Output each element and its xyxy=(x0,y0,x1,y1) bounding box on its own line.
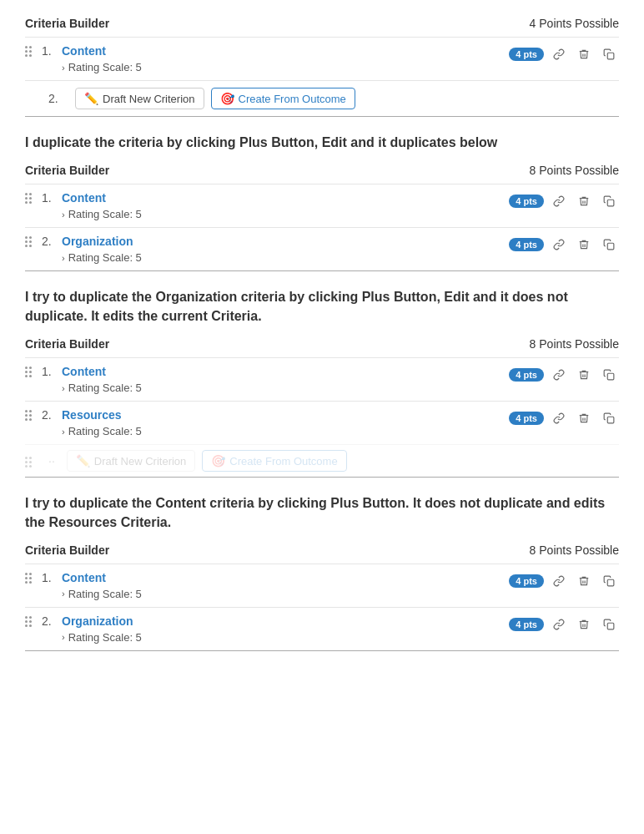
drag-handle-3-2[interactable] xyxy=(25,408,38,421)
link-icon-1-1[interactable] xyxy=(549,44,569,64)
rating-scale-4-2[interactable]: › Rating Scale: 5 xyxy=(62,631,502,644)
criteria-number-2-1: 1. xyxy=(42,191,62,205)
duplicate-icon-4-2[interactable] xyxy=(599,614,619,634)
svg-rect-5 xyxy=(607,579,614,586)
add-criterion-row-1: 2. ✏️ Draft New Criterion 🎯 Create From … xyxy=(25,80,619,116)
criteria-header-4: Criteria Builder 8 Points Possible xyxy=(25,543,619,557)
criteria-divider-2 xyxy=(25,270,619,271)
rating-scale-3-2[interactable]: › Rating Scale: 5 xyxy=(62,425,502,437)
criteria-builder-1: Criteria Builder 4 Points Possible 1. Co… xyxy=(25,17,619,117)
criteria-name-3-1[interactable]: Content xyxy=(62,365,502,378)
criteria-divider-1 xyxy=(25,116,619,117)
link-icon-3-2[interactable] xyxy=(549,408,569,428)
drag-handle-1-1[interactable] xyxy=(25,44,38,57)
criteria-actions-2-1: 4 pts xyxy=(509,191,619,211)
points-possible-3: 8 Points Possible xyxy=(530,337,619,351)
rating-scale-4-1[interactable]: › Rating Scale: 5 xyxy=(62,588,502,600)
link-icon-2-1[interactable] xyxy=(549,191,569,211)
duplicate-icon-2-2[interactable] xyxy=(599,235,619,255)
criteria-content-3-2: Resources › Rating Scale: 5 xyxy=(62,408,502,437)
link-icon-2-2[interactable] xyxy=(549,235,569,255)
rating-scale-2-2[interactable]: › Rating Scale: 5 xyxy=(62,251,502,264)
link-icon-4-2[interactable] xyxy=(549,614,569,634)
criteria-number-1-1: 1. xyxy=(42,44,62,58)
criteria-row-1-1: 1. Content › Rating Scale: 5 4 pts xyxy=(25,37,619,80)
section-heading-1: I duplicate the criteria by clicking Plu… xyxy=(25,134,619,152)
drag-handle-2-1[interactable] xyxy=(25,191,38,204)
svg-rect-4 xyxy=(607,417,614,423)
svg-rect-3 xyxy=(607,373,614,380)
create-from-outcome-button-1[interactable]: 🎯 Create From Outcome xyxy=(211,88,355,109)
pts-badge-3-2: 4 pts xyxy=(509,412,544,425)
link-icon-3-1[interactable] xyxy=(549,365,569,385)
section-heading-2: I try to duplicate the Organization crit… xyxy=(25,288,619,326)
trash-icon-1-1[interactable] xyxy=(574,44,594,64)
criteria-builder-title-4: Criteria Builder xyxy=(25,543,109,557)
criteria-content-3-1: Content › Rating Scale: 5 xyxy=(62,365,502,394)
criteria-name-1-1[interactable]: Content xyxy=(62,44,502,58)
target-icon-1: 🎯 xyxy=(220,92,234,105)
criteria-number-4-1: 1. xyxy=(42,571,62,584)
drag-handle-4-2[interactable] xyxy=(25,614,38,627)
pts-badge-4-1: 4 pts xyxy=(509,574,544,588)
draft-new-criterion-button-1[interactable]: ✏️ Draft New Criterion xyxy=(75,88,204,109)
svg-rect-2 xyxy=(607,244,614,250)
pts-badge-2-2: 4 pts xyxy=(509,238,544,251)
duplicate-icon-4-1[interactable] xyxy=(599,571,619,591)
trash-icon-2-2[interactable] xyxy=(574,235,594,255)
link-icon-4-1[interactable] xyxy=(549,571,569,591)
chevron-icon-3-2: › xyxy=(62,427,65,437)
duplicate-icon-1-1[interactable] xyxy=(599,44,619,64)
points-possible-2: 8 Points Possible xyxy=(530,164,619,177)
criteria-divider-4 xyxy=(25,650,619,651)
criteria-builder-2: Criteria Builder 8 Points Possible 1. Co… xyxy=(25,164,619,271)
trash-icon-3-2[interactable] xyxy=(574,408,594,428)
criteria-actions-2-2: 4 pts xyxy=(509,235,619,255)
criteria-name-2-1[interactable]: Content xyxy=(62,191,502,205)
trash-icon-3-1[interactable] xyxy=(574,365,594,385)
trash-icon-4-2[interactable] xyxy=(574,614,594,634)
criteria-builder-title-3: Criteria Builder xyxy=(25,337,109,351)
criteria-number-3-1: 1. xyxy=(42,365,62,378)
criteria-row-4-1: 1. Content › Rating Scale: 5 4 pts xyxy=(25,564,619,607)
duplicate-icon-3-1[interactable] xyxy=(599,365,619,385)
rating-scale-3-1[interactable]: › Rating Scale: 5 xyxy=(62,382,502,394)
pts-badge-2-1: 4 pts xyxy=(509,195,544,208)
faint-draft-button-3[interactable]: ✏️ Draft New Criterion xyxy=(67,450,196,472)
criteria-name-4-2[interactable]: Organization xyxy=(62,614,502,628)
svg-rect-1 xyxy=(607,200,614,207)
drag-handle-3-1[interactable] xyxy=(25,365,38,377)
criteria-content-4-1: Content › Rating Scale: 5 xyxy=(62,571,502,600)
duplicate-icon-2-1[interactable] xyxy=(599,191,619,211)
rating-scale-2-1[interactable]: › Rating Scale: 5 xyxy=(62,208,502,220)
criteria-header-1: Criteria Builder 4 Points Possible xyxy=(25,17,619,30)
duplicate-icon-3-2[interactable] xyxy=(599,408,619,428)
criteria-number-4-2: 2. xyxy=(42,614,62,628)
pts-badge-1-1: 4 pts xyxy=(509,48,544,61)
criteria-actions-4-1: 4 pts xyxy=(509,571,619,591)
criteria-content-2-2: Organization › Rating Scale: 5 xyxy=(62,235,502,264)
section-heading-3: I try to duplicate the Content criteria … xyxy=(25,494,619,532)
criteria-builder-title-1: Criteria Builder xyxy=(25,17,109,30)
drag-handle-4-1[interactable] xyxy=(25,571,38,584)
criteria-name-2-2[interactable]: Organization xyxy=(62,235,502,248)
criteria-actions-4-2: 4 pts xyxy=(509,614,619,634)
drag-handle-2-2[interactable] xyxy=(25,235,38,247)
chevron-icon-3-1: › xyxy=(62,383,65,393)
trash-icon-2-1[interactable] xyxy=(574,191,594,211)
pts-badge-3-1: 4 pts xyxy=(509,368,544,382)
chevron-icon-2-2: › xyxy=(62,253,65,263)
faint-create-button-3[interactable]: 🎯 Create From Outcome xyxy=(202,450,346,472)
add-row-number-1: 2. xyxy=(48,92,68,105)
svg-rect-0 xyxy=(607,53,614,59)
criteria-content-4-2: Organization › Rating Scale: 5 xyxy=(62,614,502,644)
faint-row-dots: ·· xyxy=(48,454,55,468)
rating-scale-1-1[interactable]: › Rating Scale: 5 xyxy=(62,61,502,73)
chevron-icon-2-1: › xyxy=(62,210,65,220)
criteria-name-4-1[interactable]: Content xyxy=(62,571,502,584)
criteria-name-3-2[interactable]: Resources xyxy=(62,408,502,422)
trash-icon-4-1[interactable] xyxy=(574,571,594,591)
chevron-icon-1-1: › xyxy=(62,63,65,73)
criteria-row-3-2: 2. Resources › Rating Scale: 5 4 pts xyxy=(25,401,619,444)
svg-rect-6 xyxy=(607,623,614,629)
